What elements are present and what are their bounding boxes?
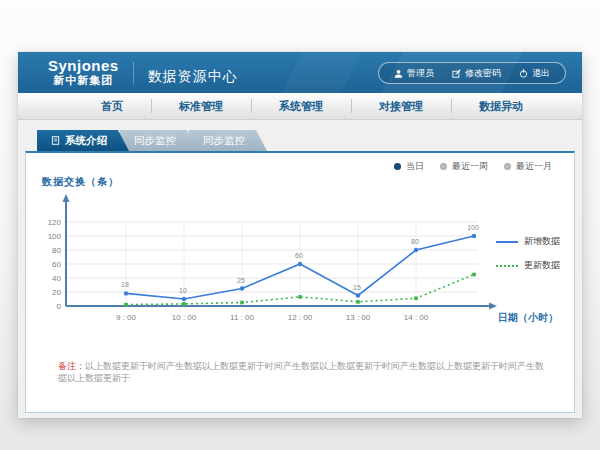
user-menu-label: 管理员 [407,67,434,80]
radio-label: 最近一周 [452,160,488,173]
user-menu-label: 修改密码 [465,67,501,80]
brand-logo: Synjones 新中新集团 [48,58,119,86]
logout-icon [519,69,528,78]
x-tick-label: 10 : 00 [172,313,197,322]
line-chart: 0204060801001209 : 0010 : 0011 : 0012 : … [48,189,498,331]
nav-item[interactable]: 首页 [73,93,151,119]
data-point [356,300,360,304]
doc-icon [51,136,60,145]
y-axis-title: 数据交换（条） [42,175,119,189]
radio-label: 当日 [406,160,424,173]
user-menu-logout[interactable]: 退出 [510,67,559,80]
tab-系统介绍[interactable]: 系统介绍 [37,130,129,151]
radio-当日[interactable]: 当日 [394,160,424,173]
user-icon [394,69,403,78]
user-menu-label: 退出 [532,67,550,80]
user-menu-edit[interactable]: 修改密码 [443,67,510,80]
y-tick-label: 120 [48,218,62,227]
data-point [472,234,476,238]
legend-label: 更新数据 [524,259,560,272]
page-title: 数据资源中心 [148,68,238,86]
radio-label: 最近一月 [516,160,552,173]
tab-label: 同步监控 [134,130,176,151]
data-point-label: 80 [411,238,419,245]
x-axis-title: 日期（小时） [498,311,558,325]
y-tick-label: 0 [57,302,62,311]
footnote: 备注：以上数据更新于时间产生数据以上数据更新于时间产生数据以上数据更新于时间产生… [58,361,544,384]
y-tick-label: 60 [52,260,61,269]
header-decoration [276,52,368,93]
tab-同步监控[interactable]: 同步监控 [189,130,267,151]
data-point [240,301,244,305]
x-tick-label: 12 : 00 [288,313,313,322]
legend-item-更新数据: 更新数据 [496,259,560,272]
nav-item[interactable]: 数据异动 [451,93,551,119]
data-point-label: 25 [237,277,245,284]
legend-swatch [496,241,518,243]
data-point-label: 60 [295,252,303,259]
user-menu: 管理员修改密码退出 [378,62,566,84]
tab-同步监控[interactable]: 同步监控 [120,130,198,151]
radio-最近一周[interactable]: 最近一周 [440,160,488,173]
data-point [182,302,186,306]
radio-dot-icon [394,163,401,170]
data-point [182,297,186,301]
nav-item[interactable]: 对接管理 [351,93,451,119]
main-nav: 首页标准管理系统管理对接管理数据异动 [18,93,582,120]
edit-icon [452,69,461,78]
nav-item[interactable]: 标准管理 [151,93,251,119]
header-divider [133,62,134,84]
chart-legend: 新增数据更新数据 [496,235,560,272]
legend-item-新增数据: 新增数据 [496,235,560,248]
radio-最近一月[interactable]: 最近一月 [504,160,552,173]
data-point-label: 15 [353,284,361,291]
y-axis-arrow-icon [63,194,70,202]
data-point [124,291,128,295]
data-point [472,273,476,277]
content-area: 系统介绍同步监控同步监控 当日最近一周最近一月 数据交换（条） 02040608… [18,120,582,418]
brand-logo-text-cn: 新中新集团 [48,75,119,87]
nav-item[interactable]: 系统管理 [251,93,351,119]
x-tick-label: 9 : 00 [116,313,137,322]
app-header: Synjones 新中新集团 数据资源中心 管理员修改密码退出 [18,52,582,93]
radio-dot-icon [504,163,511,170]
brand-logo-text-en: Synjones [48,58,119,74]
y-tick-label: 100 [48,232,62,241]
x-tick-label: 14 : 00 [404,313,429,322]
x-tick-label: 13 : 00 [346,313,371,322]
tab-bar: 系统介绍同步监控同步监控 [25,130,575,151]
range-radio-group: 当日最近一周最近一月 [394,160,552,173]
data-point [298,295,302,299]
x-tick-label: 11 : 00 [230,313,254,322]
legend-swatch [496,265,518,267]
x-axis-arrow-icon [489,303,497,310]
legend-label: 新增数据 [524,235,560,248]
tab-label: 同步监控 [203,130,245,151]
data-point [356,293,360,297]
user-menu-user[interactable]: 管理员 [385,67,443,80]
chart-panel: 当日最近一周最近一月 数据交换（条） 0204060801001209 : 00… [25,151,575,413]
data-point [240,286,244,290]
data-point [298,262,302,266]
footnote-prefix: 备注： [58,361,85,371]
tab-label: 系统介绍 [65,130,107,151]
y-tick-label: 80 [52,246,61,255]
y-tick-label: 20 [52,288,61,297]
footnote-text: 以上数据更新于时间产生数据以上数据更新于时间产生数据以上数据更新于时间产生数据以… [58,361,544,383]
data-point [414,248,418,252]
y-tick-label: 40 [52,274,61,283]
data-point-label: 100 [467,224,479,231]
data-point [414,297,418,301]
data-point [124,303,128,307]
data-point-label: 10 [179,287,187,294]
app-window: Synjones 新中新集团 数据资源中心 管理员修改密码退出 首页标准管理系统… [18,52,582,418]
radio-dot-icon [440,163,447,170]
data-point-label: 18 [121,281,129,288]
